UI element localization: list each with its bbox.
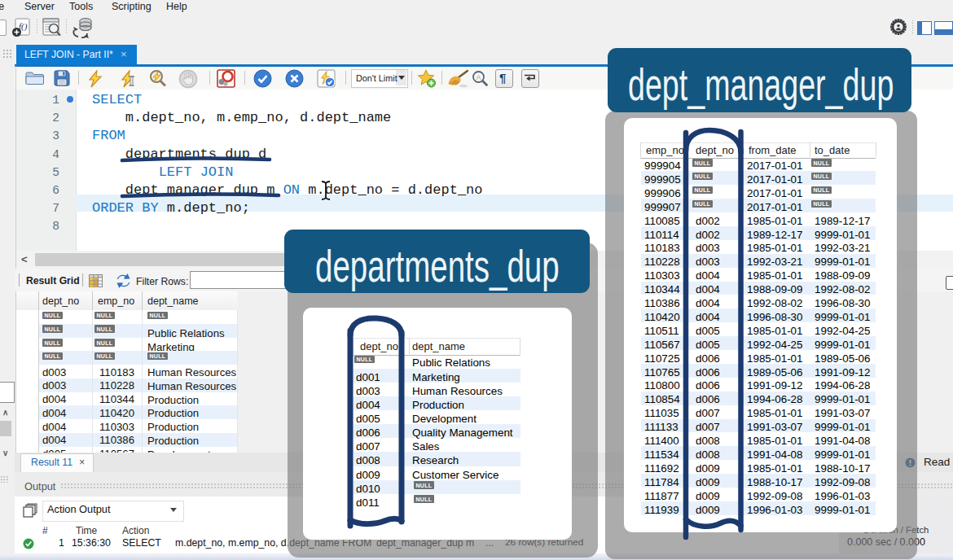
svg-text:A: A: [476, 73, 481, 81]
